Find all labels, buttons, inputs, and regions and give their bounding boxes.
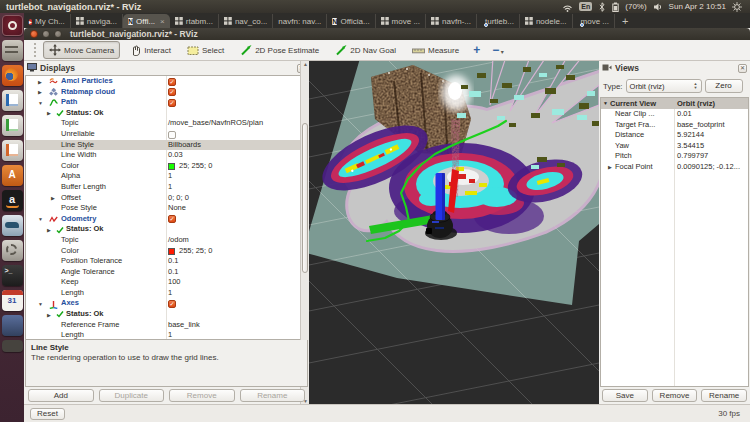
display-row-topic[interactable]: Topic/move_base/NavfnROS/plan (26, 118, 307, 129)
row-value[interactable]: 5.92144 (677, 130, 704, 141)
current-view-header[interactable]: ▼ Current View Orbit (rviz) (601, 98, 748, 109)
tool-move-camera[interactable]: Move Camera (43, 41, 120, 59)
display-row-angle-tolerance[interactable]: Angle Tolerance0.1 (26, 267, 307, 278)
tool-select[interactable]: Select (181, 42, 230, 59)
view-type-combobox[interactable]: Orbit (rviz) ▲▼ (626, 79, 702, 93)
view-property-yaw[interactable]: Yaw3.54415 (601, 141, 748, 152)
zero-button[interactable]: Zero (705, 79, 743, 93)
expander-open-icon[interactable]: ▼ (38, 299, 43, 310)
row-value[interactable]: 100 (168, 277, 181, 288)
row-value[interactable]: 0.1 (168, 256, 178, 267)
browser-tab-my-ch[interactable]: ▸My Ch... (24, 14, 71, 28)
window-minimize-button[interactable] (42, 30, 50, 38)
browser-tab-turtleb[interactable]: turtleb... (477, 14, 520, 28)
scroll-up-icon[interactable]: ▲ (302, 61, 309, 67)
view-property-target-fra[interactable]: Target Fra...base_footprint (601, 120, 748, 131)
display-row-keep[interactable]: Keep100 (26, 277, 307, 288)
tool-2d-pose-estimate[interactable]: 2D Pose Estimate (234, 41, 325, 59)
browser-tab-navfn-nav[interactable]: navfn: nav... (273, 14, 327, 28)
launcher-item-firefox[interactable] (2, 65, 23, 86)
row-value[interactable]: base_footprint (677, 120, 725, 131)
checkbox-checked[interactable]: ✓ (168, 215, 176, 223)
expander-open-icon[interactable]: ▼ (603, 98, 608, 109)
row-value[interactable]: 1 (168, 182, 172, 193)
display-row-position-tolerance[interactable]: Position Tolerance0.1 (26, 256, 307, 267)
display-row-color[interactable]: Color25; 255; 0 (26, 161, 307, 172)
clock[interactable]: Sun Apr 2 10:51 (669, 2, 726, 11)
launcher-item-libreoffice-calc[interactable] (2, 115, 23, 136)
display-row-pose-style[interactable]: Pose StyleNone (26, 203, 307, 214)
window-maximize-button[interactable] (54, 30, 62, 38)
row-value[interactable]: 0.03 (168, 150, 183, 161)
tool-2d-nav-goal[interactable]: 2D Nav Goal (329, 41, 402, 59)
row-value[interactable]: 0.1 (168, 267, 178, 278)
expander-open-icon[interactable]: ▼ (38, 214, 43, 225)
add-button[interactable]: Add (28, 389, 94, 402)
bluetooth-icon[interactable] (598, 2, 606, 12)
row-value[interactable]: 3.54415 (677, 141, 704, 152)
tool-measure[interactable]: Measure (406, 42, 465, 59)
display-row-line-style[interactable]: Line StyleBillboards (26, 140, 307, 151)
checkbox-checked[interactable]: ✓ (168, 99, 176, 107)
scrollbar-thumb[interactable] (302, 123, 308, 273)
display-row-status-ok[interactable]: ▶Status: Ok (26, 108, 307, 119)
launcher-item-calendar[interactable]: 31 (2, 290, 23, 311)
launcher-item-terminal[interactable]: >_ (2, 265, 23, 286)
row-value[interactable]: 255; 25; 0 (179, 246, 212, 257)
launcher-item-ubuntu-dash[interactable] (2, 15, 23, 36)
display-row-color[interactable]: Color255; 25; 0 (26, 246, 307, 257)
launcher-item-software-center[interactable]: A (2, 165, 23, 186)
views-close-icon[interactable]: ✕ (738, 64, 747, 73)
browser-tab-naviga[interactable]: naviga... (71, 14, 123, 28)
remove-view-button[interactable]: Remove (652, 389, 698, 402)
battery-icon[interactable] (612, 2, 619, 12)
keyboard-indicator[interactable]: En (579, 2, 592, 11)
browser-tab-officia[interactable]: NOfficia... (327, 14, 375, 28)
launcher-item-libreoffice-writer[interactable] (2, 90, 23, 111)
launcher-item-files[interactable] (2, 40, 23, 61)
row-value[interactable]: 0.0090125; -0.12... (677, 162, 740, 173)
row-value[interactable]: 1 (168, 288, 172, 299)
display-row-reference-frame[interactable]: Reference Framebase_link (26, 320, 307, 331)
window-close-button[interactable] (30, 30, 38, 38)
checkbox-checked[interactable]: ✓ (168, 300, 176, 308)
browser-tab-move[interactable]: move ... (376, 14, 426, 28)
row-value[interactable]: 25; 255; 0 (179, 161, 212, 172)
launcher-item-extra-app[interactable] (2, 315, 23, 336)
view-property-pitch[interactable]: Pitch0.799797 (601, 151, 748, 162)
browser-tab-offi[interactable]: NOffi...× (123, 14, 170, 28)
view-property-focal-point[interactable]: ▶Focal Point0.0090125; -0.12... (601, 162, 748, 173)
launcher-item-amazon[interactable]: a (2, 190, 23, 211)
display-row-axes[interactable]: ▼Axes✓ (26, 298, 307, 309)
expander-closed-icon[interactable]: ▶ (47, 108, 51, 119)
spinner-arrows-icon[interactable]: ▲▼ (694, 82, 698, 90)
checkbox-checked[interactable]: ✓ (168, 88, 176, 96)
3d-viewport[interactable] (309, 61, 599, 404)
row-value[interactable]: None (168, 203, 186, 214)
browser-tab-nodele[interactable]: nodele... (520, 14, 573, 28)
display-row-status-ok[interactable]: ▶Status: Ok (26, 309, 307, 320)
browser-tab-move[interactable]: move ... (573, 14, 615, 28)
display-row-topic[interactable]: Topic/odom (26, 235, 307, 246)
row-value[interactable]: /move_base/NavfnROS/plan (168, 118, 263, 129)
add-tool-button[interactable]: + (469, 43, 484, 57)
browser-tab-rtabm[interactable]: rtabm... (170, 14, 219, 28)
browser-tab-navfn[interactable]: navfn-... (426, 14, 477, 28)
row-value[interactable]: base_link (168, 320, 200, 331)
toolbar-handle[interactable] (34, 43, 37, 57)
display-row-amcl-particles[interactable]: ▶Amcl Particles✓ (26, 76, 307, 87)
row-value[interactable]: 1 (168, 330, 172, 340)
display-row-offset[interactable]: ▶Offset0; 0; 0 (26, 193, 307, 204)
display-row-status-ok[interactable]: ▶Status: Ok (26, 224, 307, 235)
display-row-odometry[interactable]: ▼Odometry✓ (26, 214, 307, 225)
expander-closed-icon[interactable]: ▶ (47, 225, 51, 236)
launcher-item-system-settings[interactable] (2, 240, 23, 261)
new-tab-button[interactable]: + (615, 14, 635, 28)
tool-interact[interactable]: Interact (124, 41, 177, 59)
row-value[interactable]: /odom (168, 235, 189, 246)
wifi-icon[interactable] (562, 2, 573, 12)
display-row-unreliable[interactable]: Unreliable (26, 129, 307, 140)
remove-tool-button[interactable]: − ▾ (488, 43, 508, 57)
view-property-distance[interactable]: Distance5.92144 (601, 130, 748, 141)
expander-closed-icon[interactable]: ▶ (47, 310, 51, 321)
